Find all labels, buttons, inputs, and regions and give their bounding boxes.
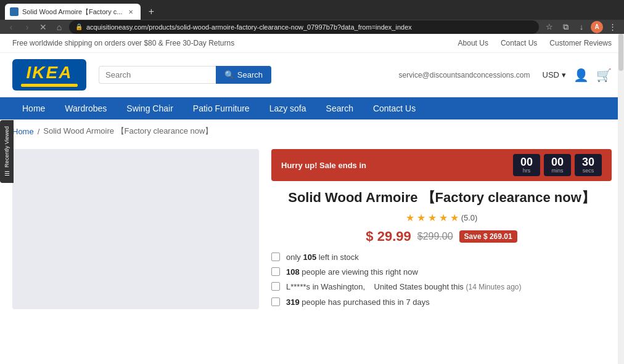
- star-4: ★: [439, 212, 448, 224]
- logo[interactable]: IKEA: [12, 59, 86, 91]
- timer-bar: Hurry up! Sale ends in 00 hrs 00 mins 30…: [271, 149, 612, 181]
- breadcrumb-home[interactable]: Home: [12, 127, 34, 136]
- info-checkbox-3[interactable]: [271, 282, 280, 291]
- downloads-icon[interactable]: ↓: [575, 20, 588, 34]
- new-tab-button[interactable]: +: [143, 4, 159, 20]
- active-tab: Solid Wood Armoire【Factory c... ✕: [5, 4, 141, 20]
- scrollbar-thumb[interactable]: [618, 34, 623, 71]
- info-row-stock: only 105 left in stock: [271, 252, 612, 263]
- timer-minutes-value: 00: [550, 156, 565, 168]
- contact-us-link[interactable]: Contact Us: [501, 39, 537, 47]
- info-checkbox-2[interactable]: [271, 267, 280, 276]
- nav-item-home[interactable]: Home: [12, 97, 55, 119]
- info-row-viewing: 108 people are viewing this right now: [271, 267, 612, 278]
- search-icon: 🔍: [224, 70, 234, 79]
- info-text-bought: L*****s in Washington, United States bou…: [286, 281, 522, 293]
- url-bar[interactable]: 🔒 acquisitioneasy.com/products/solid-woo…: [69, 20, 539, 34]
- logo-underline: [21, 84, 78, 87]
- info-checkbox-1[interactable]: [271, 253, 280, 261]
- currency-selector[interactable]: USD ▾: [543, 70, 566, 79]
- product-title: Solid Wood Armoire 【Factory clearance no…: [271, 188, 612, 207]
- info-rows: only 105 left in stock 108 people are vi…: [271, 252, 612, 308]
- timer-seconds-label: secs: [581, 168, 596, 174]
- breadcrumb-current: Solid Wood Armoire 【Factory clearance no…: [43, 126, 213, 137]
- star-2: ★: [417, 212, 425, 224]
- star-1: ★: [406, 212, 414, 224]
- info-text-viewing: 108 people are viewing this right now: [286, 267, 418, 278]
- header-email: service@discountsandconcessions.com: [399, 71, 530, 79]
- timer-hours-label: hrs: [519, 168, 534, 174]
- nav-item-wardrobes[interactable]: Wardrobes: [55, 97, 117, 119]
- profile-avatar[interactable]: A: [591, 21, 603, 33]
- top-bar-message: Free worldwide shipping on orders over $…: [12, 39, 234, 47]
- timer-label: Hurry up! Sale ends in: [281, 161, 366, 170]
- back-button[interactable]: ‹: [5, 21, 17, 33]
- browser-toolbar: ‹ › ✕ ⌂ 🔒 acquisitioneasy.com/products/s…: [0, 20, 624, 34]
- tab-favicon: [10, 7, 18, 16]
- timer-minutes: 00 mins: [544, 154, 571, 176]
- info-text-stock: only 105 left in stock: [286, 252, 359, 263]
- header: IKEA 🔍 Search service@discountsandconces…: [0, 53, 624, 97]
- forward-button[interactable]: ›: [21, 21, 33, 33]
- search-button-label: Search: [237, 70, 263, 79]
- user-icon[interactable]: 👤: [573, 68, 589, 83]
- currency-arrow-icon: ▾: [562, 70, 566, 79]
- product-info: Hurry up! Sale ends in 00 hrs 00 mins 30…: [271, 149, 612, 309]
- nav-item-swing-chair[interactable]: Swing Chair: [117, 97, 183, 119]
- page: Free worldwide shipping on orders over $…: [0, 34, 624, 364]
- home-button[interactable]: ⌂: [53, 21, 65, 33]
- timer-boxes: 00 hrs 00 mins 30 secs: [513, 154, 602, 176]
- price-original: $299.00: [417, 231, 453, 242]
- price-current: $ 29.99: [366, 229, 411, 245]
- timer-seconds: 30 secs: [575, 154, 602, 176]
- search-button[interactable]: 🔍 Search: [216, 66, 271, 84]
- nav-item-lazy-sofa[interactable]: Lazy sofa: [260, 97, 316, 119]
- search-input[interactable]: [99, 66, 216, 84]
- cart-icon[interactable]: 🛒: [596, 68, 612, 83]
- browser-tabs: Solid Wood Armoire【Factory c... ✕ +: [0, 0, 624, 20]
- customer-reviews-link[interactable]: Customer Reviews: [549, 39, 612, 47]
- lock-icon: 🔒: [75, 23, 83, 30]
- menu-icon[interactable]: ⋮: [606, 20, 619, 34]
- info-text-purchased: 319 people has purchased this in 7 days: [286, 297, 430, 308]
- star-icon[interactable]: ☆: [543, 20, 556, 34]
- timer-hours: 00 hrs: [513, 154, 540, 176]
- timer-minutes-label: mins: [550, 168, 565, 174]
- recently-viewed-icon: ☰: [4, 170, 10, 177]
- tab-title: Solid Wood Armoire【Factory c...: [22, 7, 122, 17]
- nav-item-contact-us[interactable]: Contact Us: [363, 97, 425, 119]
- browser-chrome: Solid Wood Armoire【Factory c... ✕ + ‹ › …: [0, 0, 624, 34]
- search-bar: 🔍 Search: [99, 66, 271, 84]
- scrollbar[interactable]: [618, 34, 624, 364]
- main-content: Hurry up! Sale ends in 00 hrs 00 mins 30…: [0, 143, 624, 315]
- rating-count: (5.0): [461, 213, 478, 222]
- timer-seconds-value: 30: [581, 156, 596, 168]
- reload-button[interactable]: ✕: [37, 21, 49, 33]
- breadcrumb-separator: /: [38, 127, 40, 136]
- recently-viewed-label: Recently Viewed: [4, 126, 10, 168]
- currency-label: USD: [543, 70, 559, 79]
- nav-item-search[interactable]: Search: [316, 97, 363, 119]
- star-5: ★: [450, 212, 459, 224]
- price-row: $ 29.99 $299.00 Save $ 269.01: [271, 229, 612, 245]
- info-checkbox-4[interactable]: [271, 297, 280, 306]
- toolbar-actions: ☆ ⧉ ↓ A ⋮: [543, 20, 619, 34]
- product-image: [12, 149, 259, 309]
- info-row-purchased: 319 people has purchased this in 7 days: [271, 297, 612, 308]
- info-row-bought: L*****s in Washington, United States bou…: [271, 281, 612, 293]
- about-us-link[interactable]: About Us: [458, 39, 488, 47]
- extensions-icon[interactable]: ⧉: [559, 20, 572, 34]
- top-bar-links: About Us Contact Us Customer Reviews: [458, 39, 612, 47]
- price-save-badge: Save $ 269.01: [459, 230, 517, 243]
- timer-hours-value: 00: [519, 156, 534, 168]
- logo-text: IKEA: [27, 63, 73, 83]
- star-3: ★: [428, 212, 437, 224]
- recently-viewed-sidebar[interactable]: ☰ Recently Viewed: [0, 120, 14, 183]
- tab-close-icon[interactable]: ✕: [126, 7, 136, 17]
- product-rating: ★ ★ ★ ★ ★ (5.0): [271, 212, 612, 224]
- header-actions: USD ▾ 👤 🛒: [543, 68, 612, 83]
- top-bar: Free worldwide shipping on orders over $…: [0, 34, 624, 53]
- navigation: Home Wardrobes Swing Chair Patio Furnitu…: [0, 97, 624, 119]
- url-text: acquisitioneasy.com/products/solid-wood-…: [86, 23, 533, 31]
- nav-item-patio-furniture[interactable]: Patio Furniture: [183, 97, 260, 119]
